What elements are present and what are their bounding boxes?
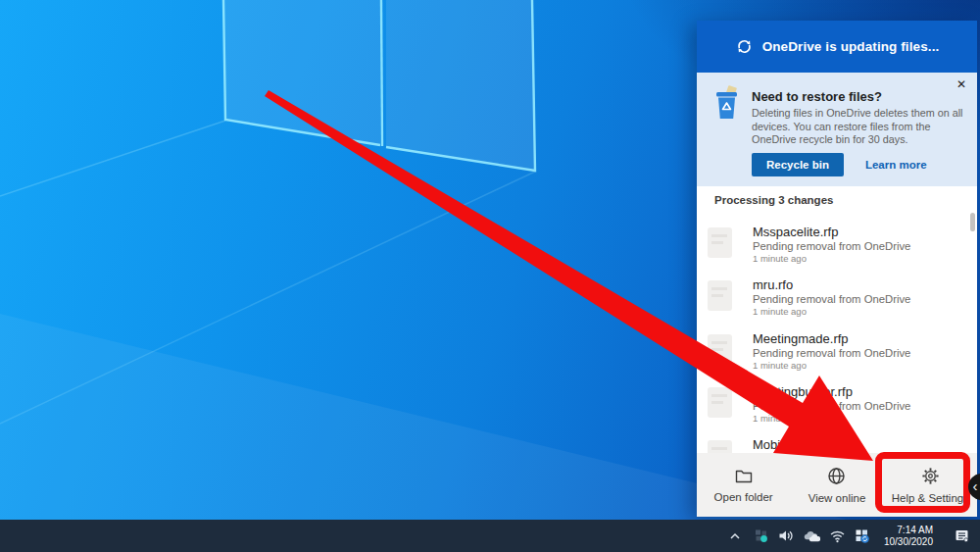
panel-footer: Open folder View online: [697, 453, 977, 517]
app-pinwheel-icon[interactable]: [753, 527, 769, 544]
sync-icon: [735, 37, 754, 56]
list-item[interactable]: mru.rfo Pending removal from OneDrive 1 …: [697, 277, 977, 326]
restore-files-notification: ✕ Need to restore files? Deleting files …: [697, 73, 977, 186]
system-tray: 7:14 AM 10/30/2020: [727, 525, 980, 547]
file-thumbnail-icon: [708, 227, 732, 258]
list-item[interactable]: Mobiwee.rfp: [697, 437, 977, 453]
notification-title: Need to restore files?: [752, 89, 882, 104]
file-thumbnail-icon: [708, 280, 732, 311]
file-name: Meetingburner.rfp: [753, 384, 853, 399]
file-name: Mobiwee.rfp: [753, 437, 822, 452]
onedrive-status-title: OneDrive is updating files...: [762, 39, 940, 54]
processing-status-text: Processing 3 changes: [714, 194, 833, 206]
learn-more-link[interactable]: Learn more: [865, 159, 927, 171]
wifi-icon[interactable]: [829, 527, 846, 544]
help-settings-button[interactable]: Help & Settings: [884, 453, 977, 517]
clock-time: 7:14 AM: [884, 525, 933, 536]
file-status: Pending removal from OneDrive: [753, 240, 910, 252]
file-status: Pending removal from OneDrive: [753, 293, 910, 305]
onedrive-status-header: OneDrive is updating files...: [697, 21, 977, 73]
recycle-bin-icon: [713, 85, 740, 121]
onedrive-cloud-icon[interactable]: [804, 527, 820, 544]
globe-icon: [827, 467, 846, 485]
file-thumbnail-icon: [708, 387, 732, 418]
file-thumbnail-icon: [708, 440, 732, 453]
taskbar-clock[interactable]: 7:14 AM 10/30/2020: [884, 525, 933, 547]
action-center-icon[interactable]: [954, 527, 970, 544]
file-thumbnail-icon: [708, 334, 732, 365]
open-folder-button[interactable]: Open folder: [697, 453, 790, 517]
file-name: Msspacelite.rfp: [753, 225, 838, 239]
open-folder-label: Open folder: [714, 491, 773, 503]
taskbar: 7:14 AM 10/30/2020: [0, 520, 980, 552]
file-status: Pending removal from OneDrive: [753, 400, 910, 412]
view-online-label: View online: [808, 492, 866, 504]
help-settings-label: Help & Settings: [892, 492, 969, 504]
recycle-bin-button[interactable]: Recycle bin: [752, 153, 844, 176]
file-time: 1 minute ago: [753, 306, 807, 317]
list-item[interactable]: Meetingmade.rfp Pending removal from One…: [697, 331, 977, 380]
file-time: 1 minute ago: [753, 413, 807, 424]
volume-icon[interactable]: [778, 527, 795, 544]
sync-status-tray-icon[interactable]: [855, 527, 871, 544]
notification-body: Deleting files in OneDrive deletes them …: [752, 107, 963, 147]
folder-icon: [734, 467, 754, 484]
clock-date: 10/30/2020: [884, 536, 933, 548]
activity-list: Processing 3 changes Msspacelite.rfp Pen…: [697, 186, 977, 453]
scrollbar-thumb[interactable]: [970, 213, 975, 231]
list-item[interactable]: Msspacelite.rfp Pending removal from One…: [697, 225, 977, 274]
gear-icon: [921, 467, 940, 485]
file-name: Meetingmade.rfp: [753, 331, 849, 346]
notification-actions: Recycle bin Learn more: [752, 153, 927, 176]
file-time: 1 minute ago: [753, 253, 807, 264]
list-item[interactable]: Meetingburner.rfp Pending removal from O…: [697, 384, 977, 433]
hidden-icons-chevron-icon[interactable]: [727, 527, 744, 544]
file-time: 1 minute ago: [753, 360, 807, 371]
view-online-button[interactable]: View online: [790, 453, 883, 517]
file-status: Pending removal from OneDrive: [753, 347, 910, 359]
file-name: mru.rfo: [753, 277, 793, 292]
onedrive-activity-center: OneDrive is updating files... ✕ Need to …: [697, 21, 977, 517]
close-icon[interactable]: ✕: [953, 75, 970, 93]
screen: OneDrive is updating files... ✕ Need to …: [0, 0, 980, 552]
